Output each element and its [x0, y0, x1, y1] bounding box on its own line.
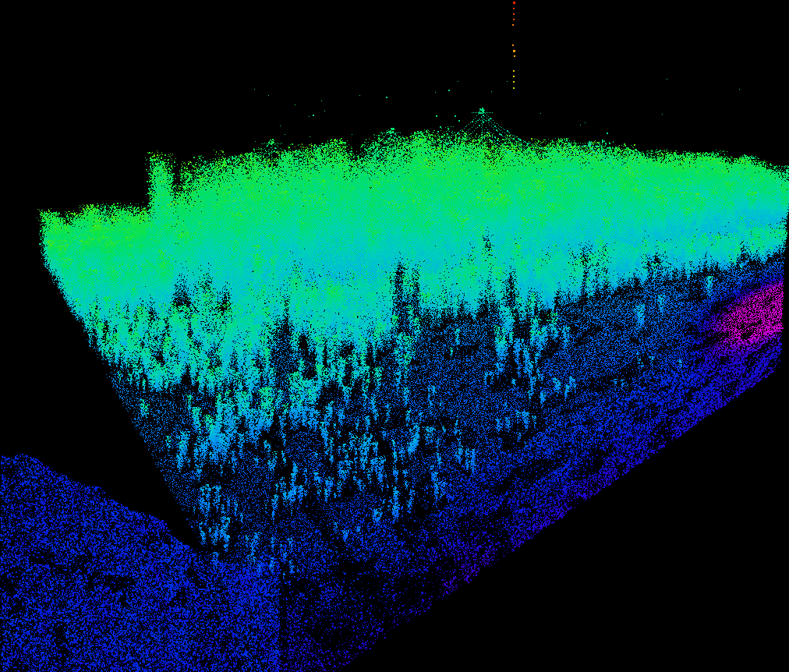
- viewer-root: [0, 0, 789, 672]
- point-cloud-canvas[interactable]: [0, 0, 789, 672]
